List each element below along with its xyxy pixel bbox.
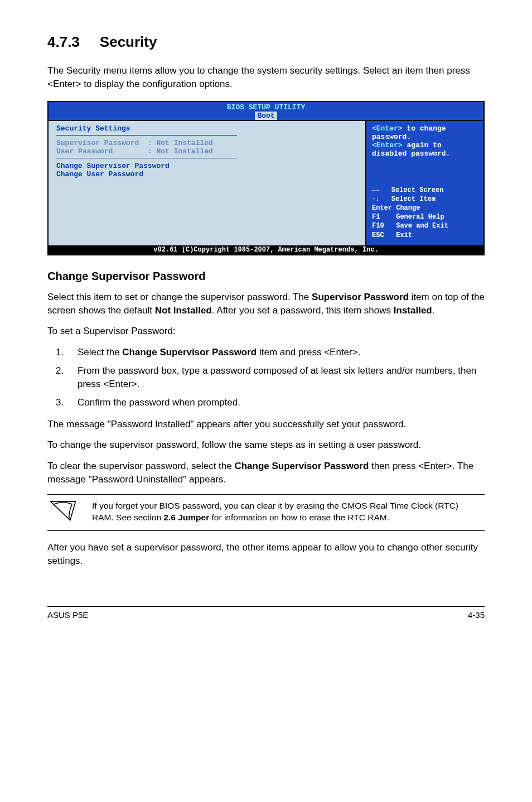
bios-help-enter1: <Enter> xyxy=(372,124,403,133)
legend-f10-lbl: F10 xyxy=(372,222,384,230)
step-2: From the password box, type a password c… xyxy=(66,364,485,392)
paragraph-6: After you have set a supervisor password… xyxy=(47,541,485,568)
subheading-csp: Change Supervisor Password xyxy=(47,270,485,283)
page-footer: ASUS P5E 4-35 xyxy=(47,606,485,620)
legend-enter-lbl: Enter xyxy=(372,204,392,212)
note-icon xyxy=(50,500,76,524)
legend-enter: Change xyxy=(396,204,420,212)
bios-user-label: User Password xyxy=(56,147,113,156)
s1b: Change Supervisor Password xyxy=(122,347,257,357)
s1a: Select the xyxy=(78,347,122,357)
note-text: If you forget your BIOS password, you ca… xyxy=(92,500,482,524)
bios-sup-row: Supervisor Password : Not Installed xyxy=(56,139,357,147)
p1d: Not Installed xyxy=(155,305,212,316)
bios-cmd-change-user: Change User Password xyxy=(56,170,357,178)
section-heading: 4.7.3Security xyxy=(47,33,485,51)
section-title-text: Security xyxy=(100,33,157,50)
bios-left-title: Security Settings xyxy=(56,124,357,133)
bios-left-panel: Security Settings Supervisor Password : … xyxy=(49,121,366,245)
legend-esc-lbl: ESC xyxy=(372,231,384,239)
bios-key-legend: ←→ Select Screen ↑↓ Select Item Enter Ch… xyxy=(372,186,478,240)
noteC: for information on how to erase the RTC … xyxy=(209,513,389,522)
legend-select-item: Select Item xyxy=(391,195,436,203)
footer-left: ASUS P5E xyxy=(47,610,88,620)
step-3: Confirm the password when prompted. xyxy=(66,396,485,410)
paragraph-3: The message "Password Installed" appears… xyxy=(47,418,485,431)
paragraph-2: To set a Supervisor Password: xyxy=(47,325,485,338)
bios-screenshot: BIOS SETUP UTILITY Boot Security Setting… xyxy=(47,101,485,255)
bios-sup-label: Supervisor Password xyxy=(56,139,139,147)
paragraph-4: To change the supervisor password, follo… xyxy=(47,438,485,452)
section-number: 4.7.3 xyxy=(47,33,80,50)
bios-footer: v02.61 (C)Copyright 1985-2007, American … xyxy=(49,245,483,254)
note-block: If you forget your BIOS password, you ca… xyxy=(47,494,485,531)
p1a: Select this item to set or change the su… xyxy=(47,292,312,302)
p1g: . xyxy=(432,305,435,316)
legend-select-screen: Select Screen xyxy=(391,186,444,194)
bios-right-panel: <Enter> to change password. <Enter> agai… xyxy=(366,121,483,245)
bios-user-val: : Not Installed xyxy=(148,147,213,156)
footer-right: 4-35 xyxy=(468,610,485,620)
p5b: Change Supervisor Password xyxy=(234,461,369,471)
legend-f1: General Help xyxy=(396,213,444,221)
legend-esc: Exit xyxy=(396,231,412,239)
noteB: 2.6 Jumper xyxy=(163,513,209,522)
bios-tab-boot: Boot xyxy=(255,112,277,120)
p1f: Installed xyxy=(394,305,432,316)
arrow-ud-icon: ↑↓ xyxy=(372,196,379,202)
step-1: Select the Change Supervisor Password it… xyxy=(66,346,485,360)
arrow-lr-icon: ←→ xyxy=(372,187,379,194)
bios-user-row: User Password : Not Installed xyxy=(56,147,357,156)
bios-title: BIOS SETUP UTILITY xyxy=(227,103,305,112)
legend-f1-lbl: F1 xyxy=(372,213,380,221)
bios-help-enter2: <Enter> xyxy=(372,141,403,149)
bios-header: BIOS SETUP UTILITY Boot xyxy=(49,102,483,120)
s1c: item and press <Enter>. xyxy=(257,347,360,357)
bios-cmd-change-sup: Change Supervisor Password xyxy=(56,162,357,170)
paragraph-1: Select this item to set or change the su… xyxy=(47,291,485,317)
paragraph-5: To clear the supervisor password, select… xyxy=(47,460,485,486)
bios-sup-val: : Not Installed xyxy=(148,139,213,147)
intro-paragraph: The Security menu items allow you to cha… xyxy=(47,64,485,91)
legend-f10: Save and Exit xyxy=(396,222,448,230)
p1e: . After you set a password, this item sh… xyxy=(212,305,394,316)
p1b: Supervisor Password xyxy=(312,292,409,302)
p5a: To clear the supervisor password, select… xyxy=(47,461,234,471)
bios-help-text: <Enter> to change password. <Enter> agai… xyxy=(372,124,478,158)
steps-list: Select the Change Supervisor Password it… xyxy=(47,346,485,410)
